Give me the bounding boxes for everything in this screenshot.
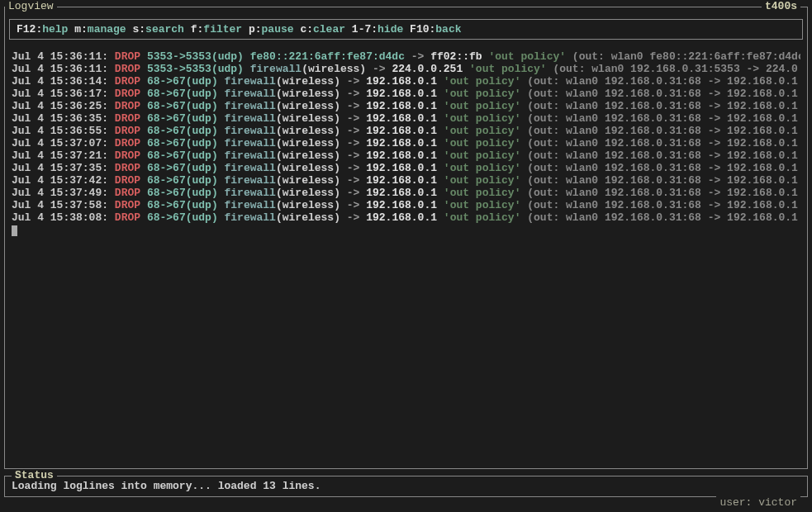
menu-key[interactable]: p: (249, 23, 262, 36)
log-policy: 'out policy' (444, 100, 521, 112)
log-ports: 68->67 (147, 88, 186, 100)
log-line[interactable]: Jul 4 15:37:42: DROP 68->67(udp) firewal… (12, 174, 800, 187)
menu-bar: F12:help m:manage s:search f:filter p:pa… (9, 19, 803, 40)
log-src-iface: (wireless) (276, 137, 340, 149)
log-timestamp: Jul 4 15:36:17: (12, 88, 108, 100)
logview-panel: Logview t400s F12:help m:manage s:search… (4, 7, 808, 469)
status-title: Status (12, 469, 57, 481)
log-timestamp: Jul 4 15:38:08: (12, 211, 108, 224)
menu-cmd[interactable]: back (435, 23, 461, 36)
log-line[interactable]: Jul 4 15:37:07: DROP 68->67(udp) firewal… (12, 137, 800, 149)
log-ports: 68->67 (147, 149, 186, 162)
log-action: DROP (115, 88, 140, 100)
log-timestamp: Jul 4 15:37:42: (12, 174, 108, 187)
menu-cmd[interactable]: clear (313, 23, 345, 36)
log-src-firewall: firewall (225, 211, 276, 224)
menu-key[interactable]: F10: (410, 23, 435, 36)
log-body[interactable]: Jul 4 15:36:11: DROP 5353->5353(udp) fe8… (12, 50, 800, 236)
log-dst: 192.168.0.1 (366, 88, 437, 100)
log-proto: (udp) (211, 50, 244, 63)
log-line[interactable]: Jul 4 15:37:35: DROP 68->67(udp) firewal… (12, 162, 800, 174)
log-line[interactable]: Jul 4 15:36:35: DROP 68->67(udp) firewal… (12, 112, 800, 125)
log-timestamp: Jul 4 15:36:35: (12, 112, 108, 125)
log-proto: (udp) (186, 211, 218, 224)
log-dst: 192.168.0.1 (366, 100, 437, 112)
log-tail: (out: wlan0 fe80::221:6aff:fe87:d4dc:535… (572, 50, 800, 63)
menu-cmd[interactable]: help (42, 23, 68, 36)
menu-cmd[interactable]: search (145, 23, 184, 36)
log-action: DROP (115, 211, 140, 224)
log-action: DROP (115, 199, 140, 211)
log-timestamp: Jul 4 15:37:58: (12, 199, 108, 211)
menu-cmd[interactable]: manage (88, 23, 126, 36)
menu-cmd[interactable]: filter (203, 23, 242, 36)
log-proto: (udp) (186, 112, 218, 125)
log-policy: 'out policy' (444, 211, 521, 224)
log-src-firewall: firewall (225, 125, 276, 137)
log-src-iface: (wireless) (276, 162, 340, 174)
log-src-iface: (wireless) (276, 149, 340, 162)
log-ports: 68->67 (147, 112, 186, 125)
menu-key[interactable]: c: (300, 23, 313, 36)
arrow-icon: -> (347, 112, 360, 125)
log-timestamp: Jul 4 15:36:11: (12, 50, 108, 63)
log-line[interactable]: Jul 4 15:36:11: DROP 5353->5353(udp) fe8… (12, 50, 800, 63)
log-proto: (udp) (211, 63, 244, 75)
menu-key[interactable]: m: (74, 23, 88, 36)
menu-key[interactable]: F12: (17, 23, 42, 36)
log-tail: (out: wlan0 192.168.0.31:68 -> 192.168.0… (527, 199, 800, 211)
log-src-firewall: firewall (225, 187, 276, 199)
logview-title: Logview (5, 0, 57, 12)
arrow-icon: -> (347, 174, 360, 187)
log-src-firewall: firewall (225, 137, 276, 149)
log-policy: 'out policy' (444, 137, 521, 149)
arrow-icon: -> (347, 88, 360, 100)
log-line[interactable]: Jul 4 15:36:25: DROP 68->67(udp) firewal… (12, 100, 800, 112)
host-label: t400s (762, 0, 800, 12)
log-tail: (out: wlan0 192.168.0.31:68 -> 192.168.0… (527, 75, 800, 88)
log-src-firewall: firewall (225, 174, 276, 187)
log-proto: (udp) (186, 187, 218, 199)
log-proto: (udp) (186, 162, 218, 174)
menu-cmd[interactable]: pause (262, 23, 294, 36)
log-src: fe80::221:6aff:fe87:d4dc (250, 50, 405, 63)
log-policy: 'out policy' (444, 149, 521, 162)
log-line[interactable]: Jul 4 15:37:58: DROP 68->67(udp) firewal… (12, 199, 800, 211)
log-line[interactable]: Jul 4 15:36:55: DROP 68->67(udp) firewal… (12, 125, 800, 137)
log-dst: ff02::fb (430, 50, 482, 63)
log-action: DROP (115, 100, 140, 112)
log-proto: (udp) (186, 137, 218, 149)
log-policy: 'out policy' (444, 112, 521, 125)
menu-key[interactable]: f: (191, 23, 204, 36)
log-dst: 192.168.0.1 (366, 211, 437, 224)
arrow-icon: -> (347, 75, 360, 88)
log-action: DROP (115, 125, 140, 137)
log-src-iface: (wireless) (276, 199, 340, 211)
menu-cmd[interactable]: hide (378, 23, 403, 36)
log-tail: (out: wlan0 192.168.0.31:68 -> 192.168.0… (527, 88, 800, 100)
menu-key[interactable]: 1-7: (352, 23, 378, 36)
log-line[interactable]: Jul 4 15:36:17: DROP 68->67(udp) firewal… (12, 88, 800, 100)
log-src-firewall: firewall (225, 88, 276, 100)
menu-key[interactable]: s: (132, 23, 145, 36)
log-action: DROP (115, 137, 140, 149)
log-line[interactable]: Jul 4 15:37:49: DROP 68->67(udp) firewal… (12, 187, 800, 199)
log-ports: 68->67 (147, 162, 186, 174)
log-policy: 'out policy' (444, 162, 521, 174)
log-src-firewall: firewall (225, 162, 276, 174)
log-src-iface: (wireless) (276, 88, 340, 100)
log-line[interactable]: Jul 4 15:37:21: DROP 68->67(udp) firewal… (12, 149, 800, 162)
log-src-firewall: firewall (225, 199, 276, 211)
log-policy: 'out policy' (488, 50, 566, 63)
log-ports: 68->67 (147, 174, 186, 187)
log-timestamp: Jul 4 15:36:25: (12, 100, 108, 112)
log-line[interactable]: Jul 4 15:38:08: DROP 68->67(udp) firewal… (12, 211, 800, 224)
log-tail: (out: wlan0 192.168.0.31:5353 -> 224.0.0… (553, 63, 800, 75)
user-label: user: victor (716, 496, 800, 509)
log-dst: 192.168.0.1 (366, 199, 437, 211)
log-line[interactable]: Jul 4 15:36:11: DROP 5353->5353(udp) fir… (12, 63, 800, 75)
log-src-firewall: firewall (225, 75, 276, 88)
log-line[interactable]: Jul 4 15:36:14: DROP 68->67(udp) firewal… (12, 75, 800, 88)
log-tail: (out: wlan0 192.168.0.31:68 -> 192.168.0… (527, 187, 800, 199)
log-action: DROP (115, 187, 140, 199)
